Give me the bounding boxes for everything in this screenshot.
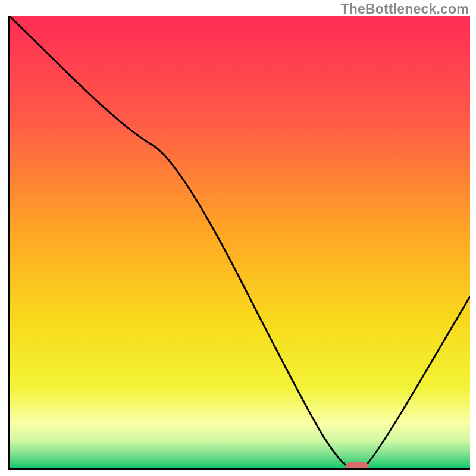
plot-area bbox=[8, 16, 470, 470]
watermark-text: TheBottleneck.com bbox=[340, 1, 469, 17]
bottleneck-chart: TheBottleneck.com bbox=[0, 0, 476, 476]
bottleneck-curve bbox=[10, 16, 470, 468]
optimal-zone-marker bbox=[346, 462, 369, 470]
